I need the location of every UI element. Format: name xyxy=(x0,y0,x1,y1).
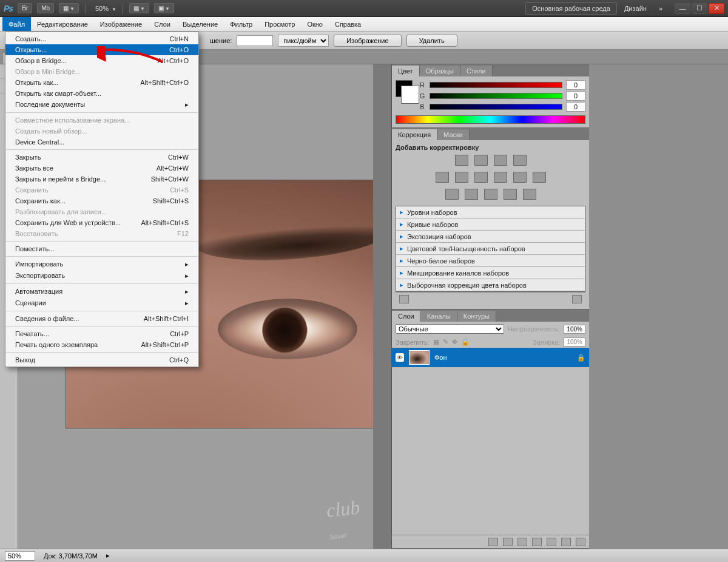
menu-item[interactable]: Сведения о файле...Alt+Shift+Ctrl+I xyxy=(5,313,198,324)
menu-item[interactable]: ЗакрытьCtrl+W xyxy=(5,152,198,163)
minibridge-button[interactable]: Mb xyxy=(37,3,54,13)
visibility-icon[interactable]: 👁 xyxy=(396,353,404,362)
menu-item[interactable]: Закрыть всеAlt+Ctrl+W xyxy=(5,163,198,174)
layer-row[interactable]: 👁 Фон 🔒 xyxy=(392,348,589,367)
screen-mode-button[interactable]: ▣▼ xyxy=(154,3,174,13)
tab-channels[interactable]: Каналы xyxy=(421,311,457,322)
menu-item[interactable]: Сохранить как...Shift+Ctrl+S xyxy=(5,195,198,206)
exposure-icon[interactable] xyxy=(513,155,527,166)
close-button[interactable]: ✕ xyxy=(709,3,724,14)
tab-styles[interactable]: Стили xyxy=(460,66,493,76)
levels-icon[interactable] xyxy=(474,155,488,166)
menu-item[interactable]: Экспортировать xyxy=(5,270,198,282)
brightness-icon[interactable] xyxy=(455,155,468,166)
menu-item[interactable]: Открыть как...Alt+Shift+Ctrl+O xyxy=(5,77,198,88)
menu-item[interactable]: Обзор в Bridge...Alt+Ctrl+O xyxy=(5,55,198,66)
fill-value[interactable]: 100% xyxy=(564,337,585,347)
tab-paths[interactable]: Контуры xyxy=(457,311,496,322)
arrange-docs-button[interactable]: ▦▼ xyxy=(129,3,149,13)
menu-item[interactable]: Печать одного экземпляраAlt+Shift+Ctrl+P xyxy=(5,339,198,350)
r-slider[interactable] xyxy=(430,82,562,88)
menu-item[interactable]: Поместить... xyxy=(5,243,198,254)
doc-info-arrow-icon[interactable]: ▸ xyxy=(106,552,110,560)
preset-item[interactable]: Экспозиция наборов xyxy=(396,231,585,243)
menu-view[interactable]: Просмотр xyxy=(258,17,301,31)
lock-pixels-icon[interactable]: ▦ xyxy=(433,338,439,346)
menu-image[interactable]: Изображение xyxy=(94,17,148,31)
tab-masks[interactable]: Маски xyxy=(437,129,470,140)
new-adj-layer-icon[interactable] xyxy=(532,538,542,546)
preset-item[interactable]: Кривые наборов xyxy=(396,218,585,231)
gradient-map-icon[interactable] xyxy=(504,189,517,200)
minimize-button[interactable]: — xyxy=(675,3,690,14)
lock-move-icon[interactable]: ✥ xyxy=(452,338,457,346)
lock-all-icon[interactable]: 🔒 xyxy=(461,338,470,346)
link-layers-icon[interactable] xyxy=(488,538,498,546)
tab-swatches[interactable]: Образцы xyxy=(420,66,460,76)
curves-icon[interactable] xyxy=(494,155,507,166)
layer-style-icon[interactable] xyxy=(503,538,513,546)
menu-layer[interactable]: Слои xyxy=(148,17,177,31)
workspace-design[interactable]: Дизайн xyxy=(619,3,652,14)
invert-icon[interactable] xyxy=(445,189,459,200)
preset-item[interactable]: Цветовой тон/Насыщенность наборов xyxy=(396,243,585,255)
tab-layers[interactable]: Слои xyxy=(392,311,421,322)
menu-item[interactable]: Сохранить для Web и устройств...Alt+Shif… xyxy=(5,217,198,228)
layer-mask-icon[interactable] xyxy=(517,538,527,546)
color-balance-icon[interactable] xyxy=(474,172,488,183)
workspace-more[interactable]: » xyxy=(654,3,667,14)
view-extras-button[interactable]: ▦▼ xyxy=(59,3,79,13)
menu-item[interactable]: Автоматизация xyxy=(5,286,198,297)
r-value[interactable]: 0 xyxy=(566,80,585,90)
delete-button[interactable]: Удалить xyxy=(406,35,457,47)
menu-item[interactable]: Последние документы xyxy=(5,99,198,110)
new-layer-icon[interactable] xyxy=(561,538,571,546)
photo-filter-icon[interactable] xyxy=(513,172,527,183)
delete-layer-icon[interactable] xyxy=(576,538,585,546)
adj-clip-icon[interactable] xyxy=(572,295,582,303)
layer-name[interactable]: Фон xyxy=(434,354,447,361)
opacity-value[interactable]: 100% xyxy=(564,325,585,334)
menu-item[interactable]: Закрыть и перейти в Bridge...Shift+Ctrl+… xyxy=(5,174,198,185)
tab-adjustments[interactable]: Коррекция xyxy=(392,129,437,140)
status-zoom[interactable]: 50% xyxy=(5,551,35,561)
foreground-background-swatch[interactable] xyxy=(396,80,413,97)
adj-return-icon[interactable] xyxy=(399,295,409,303)
bw-icon[interactable] xyxy=(494,172,507,183)
menu-item[interactable]: ВыходCtrl+Q xyxy=(5,354,198,365)
channel-mixer-icon[interactable] xyxy=(533,172,546,183)
threshold-icon[interactable] xyxy=(484,189,497,200)
hue-bar[interactable] xyxy=(396,115,585,124)
menu-item[interactable]: Импортировать xyxy=(5,259,198,270)
workspace-selector[interactable]: Основная рабочая среда xyxy=(525,2,617,15)
dock-strip[interactable] xyxy=(373,64,391,549)
g-slider[interactable] xyxy=(430,93,562,99)
menu-window[interactable]: Окно xyxy=(301,17,329,31)
preset-item[interactable]: Уровни наборов xyxy=(396,206,585,218)
menu-help[interactable]: Справка xyxy=(329,17,367,31)
menu-item[interactable]: Открыть как смарт-объект... xyxy=(5,88,198,99)
maximize-button[interactable]: ☐ xyxy=(692,3,707,14)
b-value[interactable]: 0 xyxy=(566,102,585,112)
image-button[interactable]: Изображение xyxy=(334,35,401,47)
menu-select[interactable]: Выделение xyxy=(177,17,224,31)
menu-file[interactable]: Файл xyxy=(2,17,31,31)
bridge-button[interactable]: Br xyxy=(18,3,32,13)
preset-item[interactable]: Микширование каналов наборов xyxy=(396,267,585,279)
new-group-icon[interactable] xyxy=(547,538,556,546)
menu-item[interactable]: Печатать...Ctrl+P xyxy=(5,328,198,339)
layer-thumbnail[interactable] xyxy=(409,350,430,365)
menu-item[interactable]: Сценарии xyxy=(5,297,198,309)
menu-filter[interactable]: Фильтр xyxy=(224,17,258,31)
vibrance-icon[interactable] xyxy=(436,172,449,183)
zoom-level[interactable]: 50% ▼ xyxy=(95,5,116,12)
preset-item[interactable]: Черно-белое наборов xyxy=(396,255,585,267)
tab-color[interactable]: Цвет xyxy=(392,66,420,76)
menu-item[interactable]: Открыть...Ctrl+O xyxy=(5,44,198,55)
preset-item[interactable]: Выборочная коррекция цвета наборов xyxy=(396,279,585,291)
lock-position-icon[interactable]: ✎ xyxy=(443,338,448,346)
menu-item[interactable]: Создать...Ctrl+N xyxy=(5,33,198,44)
menu-item[interactable]: Device Central... xyxy=(5,137,198,147)
b-slider[interactable] xyxy=(430,104,562,110)
posterize-icon[interactable] xyxy=(465,189,478,200)
